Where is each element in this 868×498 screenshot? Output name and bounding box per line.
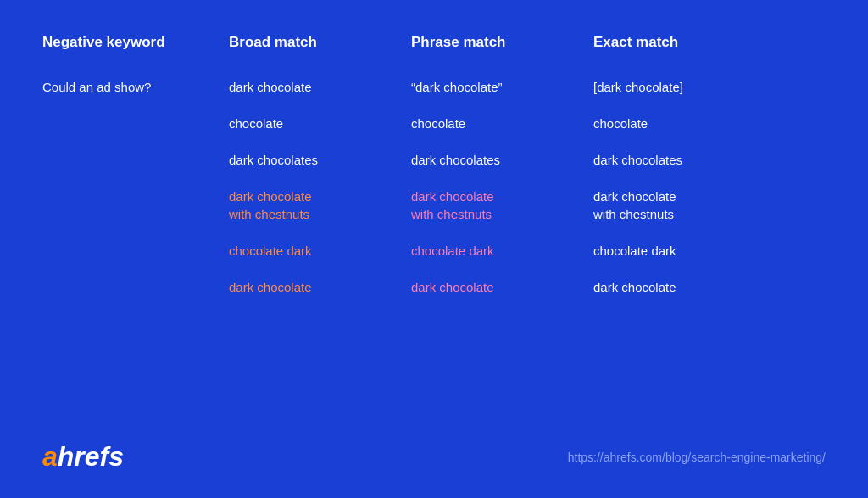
col-phrase: Phrase match “dark chocolate” chocolate …	[411, 34, 593, 433]
comparison-table: Negative keyword Could an ad show? Broad…	[42, 34, 826, 433]
ahrefs-logo: a hrefs	[42, 441, 124, 473]
phrase-cell-4: chocolate dark	[411, 242, 593, 260]
footer-url: https://ahrefs.com/blog/search-engine-ma…	[568, 450, 826, 464]
broad-cell-4: chocolate dark	[229, 242, 411, 260]
col-negative: Negative keyword Could an ad show?	[42, 34, 229, 433]
broad-cell-0: dark chocolate	[229, 78, 411, 96]
header-exact: Exact match	[593, 34, 780, 59]
header-phrase: Phrase match	[411, 34, 593, 59]
col-exact: Exact match [dark chocolate] chocolate d…	[593, 34, 780, 433]
phrase-cell-2: dark chocolates	[411, 151, 593, 169]
broad-cell-2: dark chocolates	[229, 151, 411, 169]
exact-cell-3: dark chocolatewith chestnuts	[593, 187, 780, 223]
exact-cell-2: dark chocolates	[593, 151, 780, 169]
phrase-cell-5: dark chocolate	[411, 278, 593, 296]
main-container: Negative keyword Could an ad show? Broad…	[0, 0, 868, 498]
phrase-cell-0: “dark chocolate”	[411, 78, 593, 96]
exact-cell-4: chocolate dark	[593, 242, 780, 260]
col-broad: Broad match dark chocolate chocolate dar…	[229, 34, 411, 433]
broad-cell-3: dark chocolatewith chestnuts	[229, 187, 411, 223]
exact-cell-5: dark chocolate	[593, 278, 780, 296]
phrase-cell-3: dark chocolatewith chestnuts	[411, 187, 593, 223]
broad-cell-1: chocolate	[229, 115, 411, 132]
header-broad: Broad match	[229, 34, 411, 59]
broad-cell-5: dark chocolate	[229, 278, 411, 296]
logo-hrefs: hrefs	[58, 441, 124, 473]
negative-label: Could an ad show?	[42, 78, 229, 96]
phrase-cell-1: chocolate	[411, 115, 593, 132]
header-negative: Negative keyword	[42, 34, 229, 59]
footer: a hrefs https://ahrefs.com/blog/search-e…	[42, 441, 826, 473]
exact-cell-1: chocolate	[593, 115, 780, 132]
logo-a: a	[42, 441, 58, 473]
exact-cell-0: [dark chocolate]	[593, 78, 780, 96]
